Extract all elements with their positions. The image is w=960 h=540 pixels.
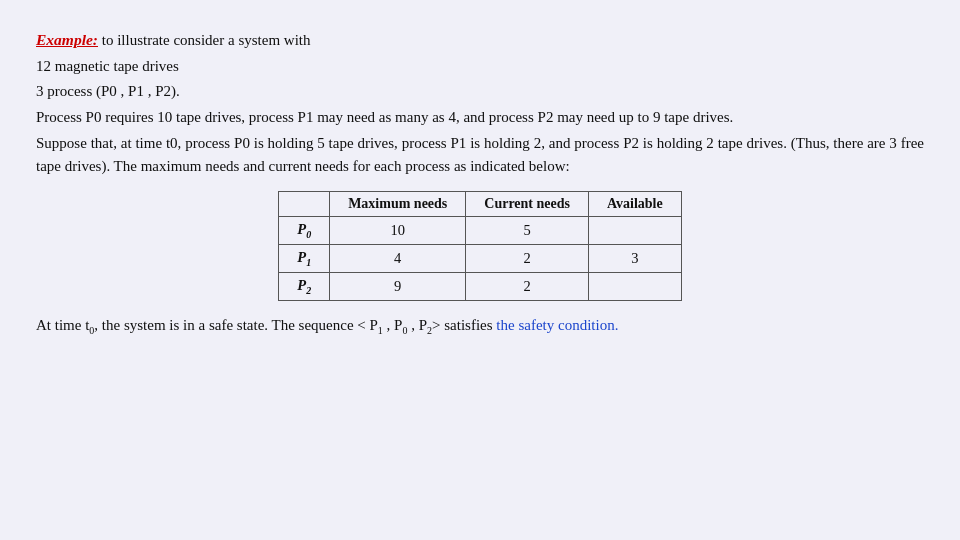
table-row: P1 4 2 3	[279, 245, 681, 273]
col-header-process	[279, 192, 330, 217]
line3: Process P0 requires 10 tape drives, proc…	[36, 106, 924, 130]
table-section: Maximum needs Current needs Available P0…	[36, 191, 924, 301]
safety-condition-text: the safety condition.	[496, 317, 618, 333]
current-p0: 5	[466, 217, 589, 245]
conclusion: At time t0, the system is in a safe stat…	[36, 313, 924, 339]
line4: Suppose that, at time t0, process P0 is …	[36, 132, 924, 179]
max-p1: 4	[330, 245, 466, 273]
col-header-current: Current needs	[466, 192, 589, 217]
example-label: Example:	[36, 31, 98, 48]
col-header-max: Maximum needs	[330, 192, 466, 217]
resource-table: Maximum needs Current needs Available P0…	[278, 191, 681, 301]
max-p2: 9	[330, 272, 466, 300]
process-p1: P1	[279, 245, 330, 273]
conclusion-text: At time t0, the system is in a safe stat…	[36, 317, 496, 333]
intro-text: to illustrate consider a system with	[102, 32, 311, 48]
table-row: P0 10 5	[279, 217, 681, 245]
available-p2	[588, 272, 681, 300]
col-header-available: Available	[588, 192, 681, 217]
table-row: P2 9 2	[279, 272, 681, 300]
process-p2: P2	[279, 272, 330, 300]
content-block: Example: to illustrate consider a system…	[36, 28, 924, 181]
slide: Example: to illustrate consider a system…	[0, 0, 960, 540]
intro-paragraph: Example: to illustrate consider a system…	[36, 28, 924, 53]
current-p2: 2	[466, 272, 589, 300]
line1: 12 magnetic tape drives	[36, 55, 924, 79]
available-p0	[588, 217, 681, 245]
line2: 3 process (P0 , P1 , P2).	[36, 80, 924, 104]
process-p0: P0	[279, 217, 330, 245]
max-p0: 10	[330, 217, 466, 245]
current-p1: 2	[466, 245, 589, 273]
available-p1: 3	[588, 245, 681, 273]
